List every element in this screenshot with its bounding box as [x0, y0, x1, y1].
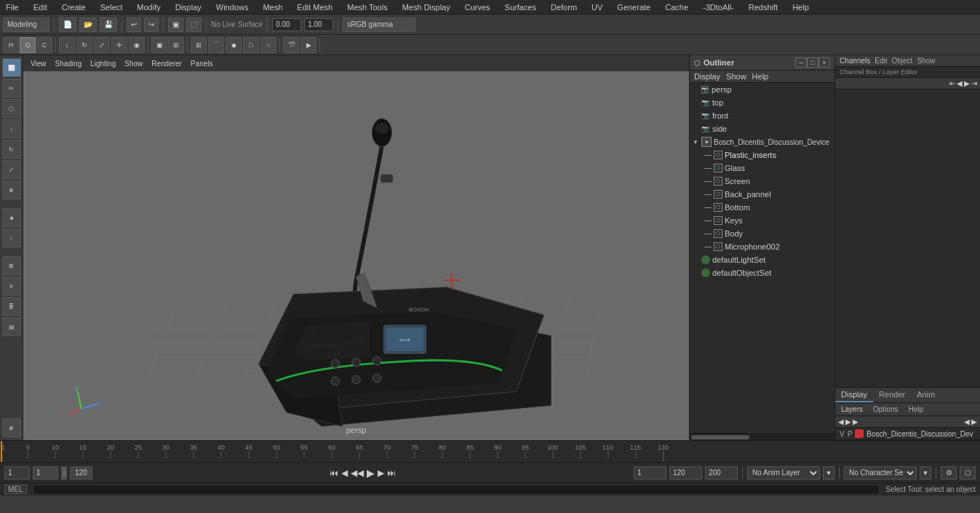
tab-display[interactable]: Display: [835, 388, 873, 402]
anim-end-range-input[interactable]: [669, 466, 702, 480]
outliner-item-screen[interactable]: ⬡ Screen: [690, 175, 834, 188]
outliner-scrollbar[interactable]: [690, 433, 834, 440]
show-menu-button[interactable]: Show: [121, 59, 146, 68]
anim-layer-settings-button[interactable]: ▼: [823, 466, 834, 480]
menu-edit[interactable]: Edit: [31, 3, 50, 12]
menu-help[interactable]: Help: [789, 3, 812, 12]
anim-extra-button[interactable]: ⬡: [960, 466, 976, 480]
outliner-item-front[interactable]: 📷 front: [690, 109, 834, 122]
select-tool-button[interactable]: ▣: [168, 17, 183, 32]
outliner-item-body[interactable]: ⬡ Body: [690, 227, 834, 240]
single-view-button[interactable]: ▣: [151, 37, 167, 53]
tab-help-layer[interactable]: Help: [904, 404, 928, 415]
tab-channels[interactable]: Channels: [840, 57, 870, 65]
menu-deform[interactable]: Deform: [548, 3, 580, 12]
outliner-help-menu[interactable]: Help: [752, 72, 769, 81]
menu-select[interactable]: Select: [97, 3, 126, 12]
anim-prefs-button[interactable]: ⚙: [941, 466, 957, 480]
tab-layers[interactable]: Layers: [837, 404, 867, 415]
menu-edit-mesh[interactable]: Edit Mesh: [294, 3, 335, 12]
outliner-item-default-light-set[interactable]: defaultLightSet: [690, 253, 834, 266]
tab-options[interactable]: Options: [869, 404, 902, 415]
shading-menu-button[interactable]: Shading: [52, 59, 85, 68]
tab-edit[interactable]: Edit: [875, 57, 887, 65]
renderer-menu-button[interactable]: Renderer: [148, 59, 185, 68]
attr-editor-button[interactable]: ≣: [2, 297, 21, 316]
four-view-button[interactable]: ⊞: [168, 37, 184, 53]
range-start-input[interactable]: [33, 466, 58, 480]
outliner-close-button[interactable]: ×: [818, 57, 830, 68]
step-forward-button[interactable]: ▶: [378, 468, 384, 478]
axis-toggle-button[interactable]: ⊕: [2, 418, 21, 437]
panels-menu-button[interactable]: Panels: [188, 59, 216, 68]
menu-cache[interactable]: Cache: [662, 3, 691, 12]
paint-tool-button[interactable]: ✏: [2, 79, 21, 98]
render-settings-button[interactable]: 🎬: [283, 37, 299, 53]
outliner-item-plastic-inserts[interactable]: ⬡ Plastic_inserts: [690, 148, 834, 162]
menu-surfaces[interactable]: Surfaces: [502, 3, 539, 12]
outliner-item-glass[interactable]: ⬡ Glass: [690, 162, 834, 175]
viewport[interactable]: View Shading Lighting Show Renderer Pane…: [23, 55, 689, 440]
outliner-list[interactable]: 📷 persp 📷 top 📷 front �: [690, 83, 834, 433]
scale-left-button[interactable]: ⤢: [2, 160, 21, 179]
snap-view-button[interactable]: □: [243, 37, 259, 53]
outliner-item-bottom[interactable]: ⬡ Bottom: [690, 201, 834, 214]
menu-display[interactable]: Display: [172, 3, 204, 12]
outliner-item-back-pannel[interactable]: ⬡ Back_pannel: [690, 188, 834, 201]
menu-mesh-display[interactable]: Mesh Display: [399, 3, 453, 12]
object-list-button[interactable]: ≡: [2, 277, 21, 295]
current-frame-input[interactable]: [4, 466, 30, 480]
char-set-select[interactable]: No Character Set: [844, 466, 917, 480]
snap-point-button[interactable]: ◆: [226, 37, 242, 53]
menu-mesh[interactable]: Mesh: [260, 3, 285, 12]
outliner-item-default-object-set[interactable]: defaultObjectSet: [690, 266, 834, 279]
view-menu-button[interactable]: View: [28, 59, 49, 68]
menu-curves[interactable]: Curves: [462, 3, 493, 12]
menu-create[interactable]: Create: [59, 3, 89, 12]
select-by-hierarchy-button[interactable]: H: [3, 37, 19, 53]
shader-ball-button[interactable]: ○: [2, 228, 21, 247]
menu-file[interactable]: File: [3, 3, 22, 12]
outliner-item-persp[interactable]: 📷 persp: [690, 83, 834, 96]
show-manip-button[interactable]: ⊕: [2, 180, 21, 199]
anim-layer-select[interactable]: No Anim Layer: [747, 466, 820, 480]
outliner-display-menu[interactable]: Display: [694, 72, 720, 81]
cb-expand-button[interactable]: ⇤: [949, 79, 955, 87]
menu-generate[interactable]: Generate: [614, 3, 653, 12]
lasso-button[interactable]: ⬚: [186, 17, 202, 32]
cb-collapse-button[interactable]: ⇥: [971, 79, 977, 87]
play-back-button[interactable]: ◀◀: [351, 468, 364, 478]
gamma-selector[interactable]: sRGB gamma: [343, 17, 415, 32]
channel-box-left-button[interactable]: ▤: [2, 317, 21, 336]
layer-btn2[interactable]: ▶: [971, 418, 977, 426]
universal-tool-button[interactable]: ✛: [111, 37, 127, 53]
tab-show[interactable]: Show: [917, 57, 935, 65]
outliner-show-menu[interactable]: Show: [726, 72, 746, 81]
outliner-minimize-button[interactable]: ─: [795, 57, 807, 68]
rotate-tool-button[interactable]: ↻: [76, 37, 92, 53]
mode-selector[interactable]: Modeling: [3, 17, 49, 32]
char-set-settings-button[interactable]: ▼: [920, 466, 931, 480]
lighting-menu-button[interactable]: Lighting: [87, 59, 119, 68]
menu-3dtooall[interactable]: -3DtoAll-: [700, 3, 737, 12]
grid-button[interactable]: ⊞: [2, 256, 21, 275]
outliner-item-side[interactable]: 📷 side: [690, 122, 834, 135]
layer-item[interactable]: V P Bosch_Dicentis_Discussion_Dev: [835, 428, 980, 440]
menu-redshift[interactable]: Redshift: [746, 3, 781, 12]
layer-btn1[interactable]: ◀: [964, 418, 970, 426]
outliner-maximize-button[interactable]: □: [807, 57, 818, 68]
move-left-button[interactable]: ↕: [2, 119, 21, 138]
tab-object[interactable]: Object: [892, 57, 913, 65]
tab-anim[interactable]: Anim: [911, 388, 941, 402]
new-file-button[interactable]: 📄: [59, 17, 76, 32]
anim-end-input[interactable]: [634, 466, 666, 480]
go-to-end-button[interactable]: ⏭: [387, 468, 396, 478]
val1-input[interactable]: [272, 18, 301, 31]
go-to-start-button[interactable]: ⏮: [330, 468, 338, 478]
command-input[interactable]: [33, 485, 880, 495]
menu-mesh-tools[interactable]: Mesh Tools: [344, 3, 390, 12]
menu-modify[interactable]: Modify: [134, 3, 163, 12]
outliner-item-microphone[interactable]: ⬡ Microphone002: [690, 240, 834, 253]
cb-arrow-left-button[interactable]: ◀: [957, 79, 963, 87]
outliner-item-top[interactable]: 📷 top: [690, 96, 834, 109]
